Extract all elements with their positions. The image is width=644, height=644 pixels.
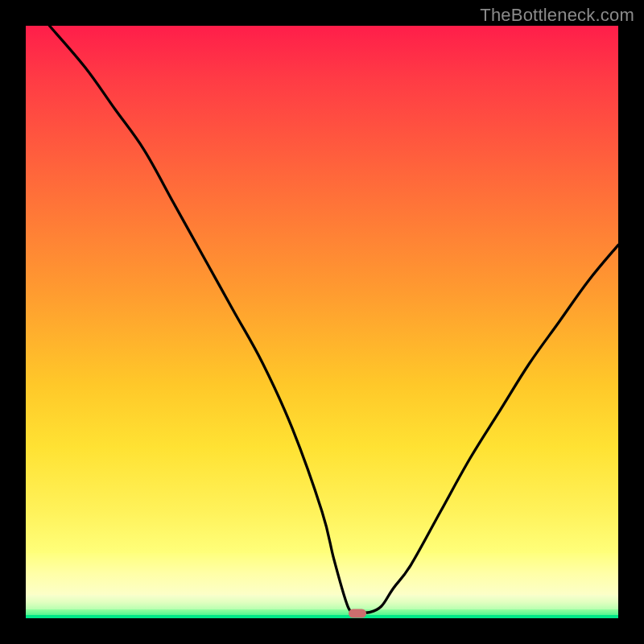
plot-area	[26, 26, 618, 618]
curve-svg	[26, 26, 618, 618]
chart-frame: TheBottleneck.com	[0, 0, 644, 644]
minimum-marker	[349, 609, 366, 618]
bottleneck-curve	[49, 26, 618, 613]
watermark-text: TheBottleneck.com	[480, 5, 634, 26]
